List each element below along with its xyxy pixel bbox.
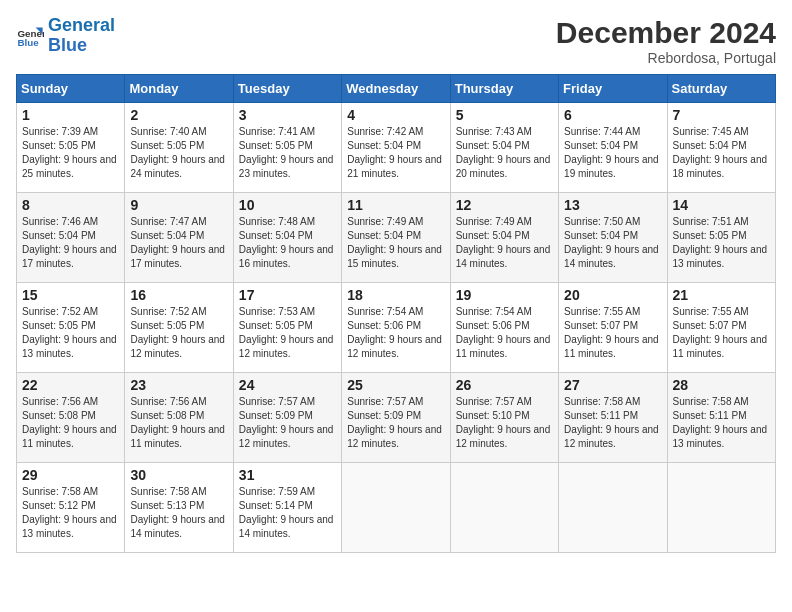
title-block: December 2024 Rebordosa, Portugal [556, 16, 776, 66]
day-number: 6 [564, 107, 661, 123]
day-info: Sunrise: 7:58 AMSunset: 5:11 PMDaylight:… [673, 395, 770, 451]
day-number: 10 [239, 197, 336, 213]
day-number: 24 [239, 377, 336, 393]
day-number: 20 [564, 287, 661, 303]
day-number: 12 [456, 197, 553, 213]
day-number: 17 [239, 287, 336, 303]
day-info: Sunrise: 7:58 AMSunset: 5:12 PMDaylight:… [22, 485, 119, 541]
day-number: 3 [239, 107, 336, 123]
weekday-header-tuesday: Tuesday [233, 75, 341, 103]
day-number: 8 [22, 197, 119, 213]
calendar-header-row: SundayMondayTuesdayWednesdayThursdayFrid… [17, 75, 776, 103]
day-number: 16 [130, 287, 227, 303]
calendar-cell: 5Sunrise: 7:43 AMSunset: 5:04 PMDaylight… [450, 103, 558, 193]
weekday-header-monday: Monday [125, 75, 233, 103]
calendar-cell: 3Sunrise: 7:41 AMSunset: 5:05 PMDaylight… [233, 103, 341, 193]
calendar-week-4: 22Sunrise: 7:56 AMSunset: 5:08 PMDayligh… [17, 373, 776, 463]
day-number: 28 [673, 377, 770, 393]
day-info: Sunrise: 7:59 AMSunset: 5:14 PMDaylight:… [239, 485, 336, 541]
day-info: Sunrise: 7:58 AMSunset: 5:13 PMDaylight:… [130, 485, 227, 541]
calendar-cell: 8Sunrise: 7:46 AMSunset: 5:04 PMDaylight… [17, 193, 125, 283]
day-number: 13 [564, 197, 661, 213]
day-info: Sunrise: 7:48 AMSunset: 5:04 PMDaylight:… [239, 215, 336, 271]
day-info: Sunrise: 7:53 AMSunset: 5:05 PMDaylight:… [239, 305, 336, 361]
calendar-cell: 13Sunrise: 7:50 AMSunset: 5:04 PMDayligh… [559, 193, 667, 283]
day-number: 19 [456, 287, 553, 303]
day-info: Sunrise: 7:52 AMSunset: 5:05 PMDaylight:… [130, 305, 227, 361]
day-number: 30 [130, 467, 227, 483]
day-info: Sunrise: 7:49 AMSunset: 5:04 PMDaylight:… [347, 215, 444, 271]
day-info: Sunrise: 7:56 AMSunset: 5:08 PMDaylight:… [22, 395, 119, 451]
calendar-cell: 9Sunrise: 7:47 AMSunset: 5:04 PMDaylight… [125, 193, 233, 283]
day-number: 26 [456, 377, 553, 393]
day-number: 14 [673, 197, 770, 213]
calendar-cell [342, 463, 450, 553]
logo-text: General Blue [48, 16, 115, 56]
weekday-header-sunday: Sunday [17, 75, 125, 103]
calendar-cell: 28Sunrise: 7:58 AMSunset: 5:11 PMDayligh… [667, 373, 775, 463]
calendar-cell: 30Sunrise: 7:58 AMSunset: 5:13 PMDayligh… [125, 463, 233, 553]
day-info: Sunrise: 7:47 AMSunset: 5:04 PMDaylight:… [130, 215, 227, 271]
logo-general: General [48, 15, 115, 35]
month-title: December 2024 [556, 16, 776, 50]
calendar-cell: 15Sunrise: 7:52 AMSunset: 5:05 PMDayligh… [17, 283, 125, 373]
day-number: 15 [22, 287, 119, 303]
calendar-cell: 18Sunrise: 7:54 AMSunset: 5:06 PMDayligh… [342, 283, 450, 373]
day-info: Sunrise: 7:58 AMSunset: 5:11 PMDaylight:… [564, 395, 661, 451]
day-number: 27 [564, 377, 661, 393]
calendar-cell: 31Sunrise: 7:59 AMSunset: 5:14 PMDayligh… [233, 463, 341, 553]
calendar-cell: 12Sunrise: 7:49 AMSunset: 5:04 PMDayligh… [450, 193, 558, 283]
calendar-cell: 23Sunrise: 7:56 AMSunset: 5:08 PMDayligh… [125, 373, 233, 463]
calendar-week-1: 1Sunrise: 7:39 AMSunset: 5:05 PMDaylight… [17, 103, 776, 193]
day-info: Sunrise: 7:50 AMSunset: 5:04 PMDaylight:… [564, 215, 661, 271]
day-number: 2 [130, 107, 227, 123]
day-number: 5 [456, 107, 553, 123]
calendar-cell: 6Sunrise: 7:44 AMSunset: 5:04 PMDaylight… [559, 103, 667, 193]
day-info: Sunrise: 7:43 AMSunset: 5:04 PMDaylight:… [456, 125, 553, 181]
logo: General Blue General Blue [16, 16, 115, 56]
calendar-cell: 1Sunrise: 7:39 AMSunset: 5:05 PMDaylight… [17, 103, 125, 193]
calendar-cell: 7Sunrise: 7:45 AMSunset: 5:04 PMDaylight… [667, 103, 775, 193]
calendar-cell: 16Sunrise: 7:52 AMSunset: 5:05 PMDayligh… [125, 283, 233, 373]
calendar-cell: 17Sunrise: 7:53 AMSunset: 5:05 PMDayligh… [233, 283, 341, 373]
day-info: Sunrise: 7:55 AMSunset: 5:07 PMDaylight:… [673, 305, 770, 361]
calendar-cell: 10Sunrise: 7:48 AMSunset: 5:04 PMDayligh… [233, 193, 341, 283]
calendar-table: SundayMondayTuesdayWednesdayThursdayFrid… [16, 74, 776, 553]
day-number: 4 [347, 107, 444, 123]
calendar-cell: 21Sunrise: 7:55 AMSunset: 5:07 PMDayligh… [667, 283, 775, 373]
day-number: 29 [22, 467, 119, 483]
day-number: 1 [22, 107, 119, 123]
calendar-cell: 24Sunrise: 7:57 AMSunset: 5:09 PMDayligh… [233, 373, 341, 463]
day-info: Sunrise: 7:56 AMSunset: 5:08 PMDaylight:… [130, 395, 227, 451]
day-number: 9 [130, 197, 227, 213]
day-number: 18 [347, 287, 444, 303]
calendar-cell [667, 463, 775, 553]
calendar-cell: 14Sunrise: 7:51 AMSunset: 5:05 PMDayligh… [667, 193, 775, 283]
day-number: 25 [347, 377, 444, 393]
day-info: Sunrise: 7:54 AMSunset: 5:06 PMDaylight:… [347, 305, 444, 361]
day-info: Sunrise: 7:52 AMSunset: 5:05 PMDaylight:… [22, 305, 119, 361]
weekday-header-friday: Friday [559, 75, 667, 103]
calendar-cell: 26Sunrise: 7:57 AMSunset: 5:10 PMDayligh… [450, 373, 558, 463]
day-info: Sunrise: 7:44 AMSunset: 5:04 PMDaylight:… [564, 125, 661, 181]
day-number: 11 [347, 197, 444, 213]
day-number: 21 [673, 287, 770, 303]
day-info: Sunrise: 7:55 AMSunset: 5:07 PMDaylight:… [564, 305, 661, 361]
day-info: Sunrise: 7:46 AMSunset: 5:04 PMDaylight:… [22, 215, 119, 271]
day-number: 7 [673, 107, 770, 123]
logo-icon: General Blue [16, 22, 44, 50]
svg-text:Blue: Blue [17, 37, 39, 48]
day-info: Sunrise: 7:57 AMSunset: 5:09 PMDaylight:… [347, 395, 444, 451]
day-number: 23 [130, 377, 227, 393]
day-info: Sunrise: 7:45 AMSunset: 5:04 PMDaylight:… [673, 125, 770, 181]
calendar-week-5: 29Sunrise: 7:58 AMSunset: 5:12 PMDayligh… [17, 463, 776, 553]
weekday-header-thursday: Thursday [450, 75, 558, 103]
page-header: General Blue General Blue December 2024 … [16, 16, 776, 66]
calendar-cell: 22Sunrise: 7:56 AMSunset: 5:08 PMDayligh… [17, 373, 125, 463]
calendar-cell: 27Sunrise: 7:58 AMSunset: 5:11 PMDayligh… [559, 373, 667, 463]
calendar-cell: 2Sunrise: 7:40 AMSunset: 5:05 PMDaylight… [125, 103, 233, 193]
calendar-cell: 19Sunrise: 7:54 AMSunset: 5:06 PMDayligh… [450, 283, 558, 373]
day-number: 31 [239, 467, 336, 483]
calendar-cell: 4Sunrise: 7:42 AMSunset: 5:04 PMDaylight… [342, 103, 450, 193]
calendar-cell [450, 463, 558, 553]
